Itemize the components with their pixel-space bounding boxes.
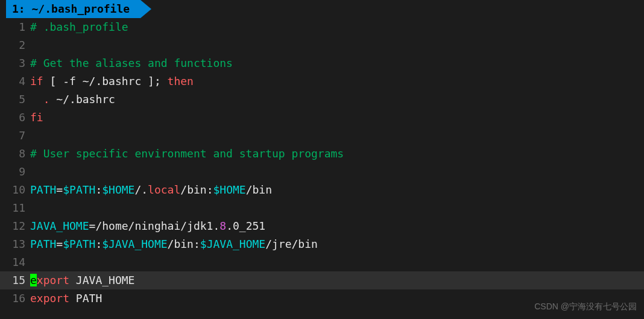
line-number: 2	[0, 36, 30, 54]
line-number: 7	[0, 127, 30, 145]
code-line[interactable]: 1# .bash_profile	[0, 18, 644, 36]
line-number: 3	[0, 54, 30, 72]
code-line[interactable]: 14	[0, 253, 644, 271]
tab-title: ~/.bash_profile	[32, 2, 130, 15]
code-content: # Get the aliases and functions	[30, 54, 644, 72]
code-line[interactable]: 3# Get the aliases and functions	[0, 54, 644, 72]
code-content: if [ -f ~/.bashrc ]; then	[30, 72, 644, 90]
line-number: 5	[0, 90, 30, 109]
line-number: 10	[0, 181, 30, 199]
cursor: e	[30, 274, 37, 286]
code-line[interactable]: 4if [ -f ~/.bashrc ]; then	[0, 72, 644, 90]
line-number: 15	[0, 271, 30, 289]
code-content: export JAVA_HOME	[30, 271, 644, 289]
line-number: 1	[0, 18, 30, 36]
code-content: JAVA_HOME=/home/ninghai/jdk1.8.0_251	[30, 217, 644, 235]
code-line[interactable]: 5 . ~/.bashrc	[0, 90, 644, 109]
code-line[interactable]: 16export PATH	[0, 289, 644, 308]
tab-bar: 1: ~/.bash_profile	[0, 0, 644, 18]
line-number: 8	[0, 145, 30, 163]
code-line[interactable]: 2	[0, 36, 644, 54]
tab-active[interactable]: 1: ~/.bash_profile	[6, 0, 140, 18]
code-line[interactable]: 9	[0, 163, 644, 181]
code-content: PATH=$PATH:$HOME/.local/bin:$HOME/bin	[30, 181, 644, 199]
line-number: 12	[0, 217, 30, 235]
line-number: 9	[0, 163, 30, 181]
line-number: 11	[0, 199, 30, 217]
code-line[interactable]: 8# User specific environment and startup…	[0, 145, 644, 163]
code-line[interactable]: 12JAVA_HOME=/home/ninghai/jdk1.8.0_251	[0, 217, 644, 235]
code-content: fi	[30, 109, 644, 127]
code-content: PATH=$PATH:$JAVA_HOME/bin:$JAVA_HOME/jre…	[30, 235, 644, 253]
line-number: 13	[0, 235, 30, 253]
editor-area[interactable]: 1# .bash_profile23# Get the aliases and …	[0, 18, 644, 308]
line-number: 6	[0, 109, 30, 127]
line-number: 14	[0, 253, 30, 271]
code-line[interactable]: 11	[0, 199, 644, 217]
code-content: # .bash_profile	[30, 18, 644, 36]
line-number: 4	[0, 72, 30, 90]
tab-index: 1	[12, 2, 19, 15]
code-content: export PATH	[30, 289, 644, 308]
code-line[interactable]: 15export JAVA_HOME	[0, 271, 644, 289]
code-line[interactable]: 6fi	[0, 109, 644, 127]
code-content: # User specific environment and startup …	[30, 145, 644, 163]
code-content: . ~/.bashrc	[30, 90, 644, 109]
line-number: 16	[0, 289, 30, 308]
code-line[interactable]: 7	[0, 127, 644, 145]
code-line[interactable]: 10PATH=$PATH:$HOME/.local/bin:$HOME/bin	[0, 181, 644, 199]
code-line[interactable]: 13PATH=$PATH:$JAVA_HOME/bin:$JAVA_HOME/j…	[0, 235, 644, 253]
